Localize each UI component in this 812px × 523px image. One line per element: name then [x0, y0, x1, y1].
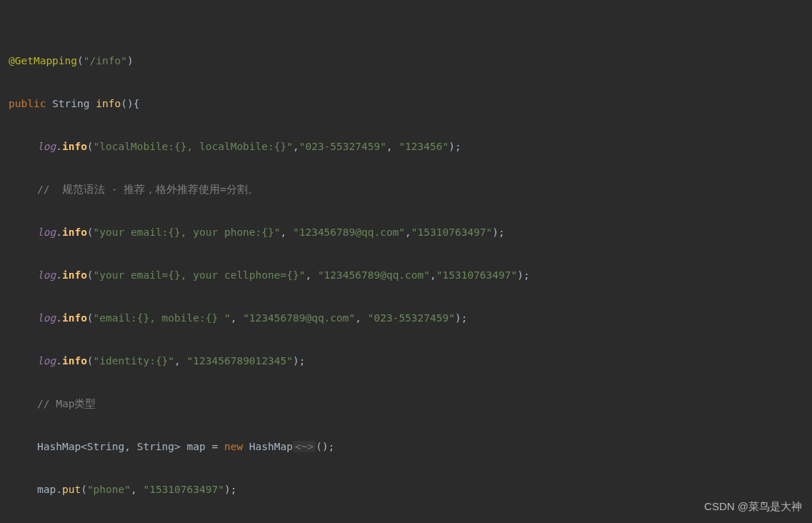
comment: // 规范语法 - 推荐，格外推荐使用=分割。 [9, 179, 812, 200]
log-call: log.info("email:{}, mobile:{} ", "123456… [9, 307, 812, 329]
comment: // Map类型 [9, 393, 812, 414]
method-signature: public String info(){ [9, 93, 812, 114]
map-put: map.put("phone", "15310763497"); [9, 479, 812, 500]
log-call: log.info("localMobile:{}, localMobile:{}… [9, 136, 812, 157]
log-call: log.info("identity:{}", "123456789012345… [9, 350, 812, 372]
hashmap-decl: HashMap<String, String> map = new HashMa… [9, 436, 812, 457]
log-call: log.info("your email:{}, your phone:{}",… [9, 221, 812, 243]
diamond-hint-icon: <~> [293, 441, 316, 452]
log-call: log.info("your email={}, your cellphone=… [9, 264, 812, 286]
annotation-line: @GetMapping("/info") [9, 50, 812, 71]
code-editor[interactable]: @GetMapping("/info") public String info(… [0, 0, 812, 523]
watermark: CSDN @菜鸟是大神 [704, 496, 802, 517]
annotation: @GetMapping [9, 55, 77, 66]
